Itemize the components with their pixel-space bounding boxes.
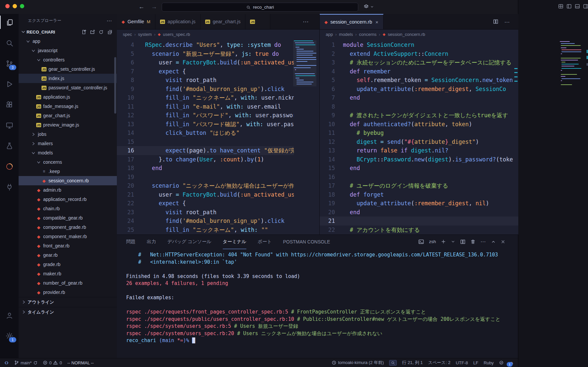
activity-item-explorer[interactable]: [0, 14, 19, 31]
tree-item--keep[interactable]: ≡.keep: [19, 167, 117, 176]
tree-item-application-js[interactable]: JSapplication.js: [19, 92, 117, 102]
code-line[interactable]: 22 expect {: [117, 199, 294, 208]
command-center-search[interactable]: reco_chari: [162, 3, 358, 12]
minimize-window-button[interactable]: [13, 4, 17, 8]
notifications-item[interactable]: 1: [509, 360, 514, 365]
split-terminal-icon[interactable]: [460, 239, 465, 244]
project-root-row[interactable]: RECO_CHARI: [19, 27, 117, 37]
tree-item-fade-message-js[interactable]: JSfade_message.js: [19, 102, 117, 111]
code-line[interactable]: 16 expect(page).to have_content "仮登録が完了し…: [117, 146, 294, 155]
activity-item-extension-orange[interactable]: [0, 158, 19, 175]
close-panel-icon[interactable]: [501, 239, 505, 244]
code-line[interactable]: 3 # 永続セッションのためにユーザーをデータベースに記憶する: [320, 58, 518, 67]
tree-item-concerns[interactable]: concerns: [19, 157, 117, 167]
code-line[interactable]: 8: [320, 102, 518, 111]
code-line[interactable]: 6 user = FactoryBot.build(:un_activated_…: [117, 58, 294, 67]
tree-item-component-maker-rb[interactable]: ◆component_maker.rb: [19, 232, 117, 241]
tree-item-password-state-controller-js[interactable]: JSpassword_state_controller.js: [19, 83, 117, 92]
code-line[interactable]: 19 update_attribute(:remember_digest, ni…: [320, 199, 518, 208]
chevron-down-icon[interactable]: [451, 239, 455, 244]
breadcrumb-item[interactable]: concerns: [359, 32, 377, 37]
code-line[interactable]: 18 end: [117, 164, 294, 173]
tree-item-compatible-gear-rb[interactable]: ◆compatible_gear.rb: [19, 213, 117, 223]
zoom-window-button[interactable]: [20, 4, 24, 8]
language-mode-item[interactable]: Ruby: [484, 360, 494, 365]
code-line[interactable]: 12 digest = send("#{attribute}_digest"): [320, 138, 518, 146]
git-branch-item[interactable]: main*: [14, 360, 38, 365]
code-line[interactable]: 15 end: [320, 164, 518, 173]
tab-gear_chart.js[interactable]: JSgear_chart.js: [201, 14, 246, 29]
cursor-position-item[interactable]: 行 21, 列 1: [402, 360, 423, 366]
tab-session_concern.rb[interactable]: ◆session_concern.rb×: [320, 14, 383, 29]
indentation-item[interactable]: スペース: 2: [428, 360, 450, 366]
code-line[interactable]: 13 fill_in "パスワード確認", with: user.passwor…: [117, 120, 294, 129]
code-line[interactable]: 25 fill_in "ニックネーム", with: "": [117, 226, 294, 234]
sidebar-section-outline[interactable]: アウトライン: [19, 297, 117, 307]
tree-item-gear-sets-controller-js[interactable]: JSgear_sets_controller.js: [19, 64, 117, 74]
tree-item-index-js[interactable]: JSindex.js: [19, 74, 117, 83]
code-line[interactable]: 21 user = FactoryBot.build(:un_activated…: [117, 190, 294, 199]
panel-tab-デバッグ コンソール[interactable]: デバッグ コンソール: [167, 235, 211, 249]
vim-mode-indicator[interactable]: -- NORMAL --: [67, 360, 94, 365]
code-line[interactable]: 7 expect {: [117, 67, 294, 76]
code-line[interactable]: 15: [117, 138, 294, 146]
new-terminal-icon[interactable]: [441, 239, 446, 244]
code-line[interactable]: 11 # byebug: [320, 129, 518, 138]
activity-item-extension-plug[interactable]: [0, 179, 19, 195]
status-misc-icon[interactable]: [499, 360, 504, 365]
code-line[interactable]: 5 scenario "新規ユーザー登録", js: true do: [117, 49, 294, 58]
tree-item-chain-rb[interactable]: ◆chain.rb: [19, 204, 117, 213]
code-line[interactable]: 20 scenario "ニックネームが無効な場合はユーザーが作成されない": [117, 181, 294, 190]
editor-more-actions-button[interactable]: ⋯: [303, 18, 309, 25]
code-line[interactable]: 10 fill_in "ニックネーム", with: user.nickname: [117, 93, 294, 102]
activity-item-accounts[interactable]: [0, 307, 19, 323]
code-line[interactable]: 12 fill_in "パスワード", with: user.password: [117, 111, 294, 120]
tab-application.js[interactable]: JSapplication.js: [155, 14, 201, 29]
shell-label[interactable]: zsh: [429, 239, 436, 244]
refresh-icon[interactable]: [99, 30, 104, 35]
toggle-secondary-sidebar-icon[interactable]: [583, 4, 588, 9]
sidebar-section-timeline[interactable]: タイムライン: [19, 307, 117, 317]
code-line[interactable]: 4RSpec.describe "Users", type: :system d…: [117, 41, 294, 49]
toggle-sidebar-icon[interactable]: [566, 4, 572, 9]
breadcrumb-item[interactable]: users_spec.rb: [163, 32, 190, 37]
code-line[interactable]: 24 find('#modal_burron_sign_up').click: [117, 217, 294, 226]
breadcrumb-item[interactable]: session_concern.rb: [388, 32, 425, 37]
code-editor[interactable]: 4RSpec.describe "Users", type: :system d…: [117, 41, 319, 234]
code-line[interactable]: 16: [320, 173, 518, 182]
panel-tab-POSTMAN CONSOLE[interactable]: POSTMAN CONSOLE: [283, 235, 330, 249]
code-line[interactable]: 8 visit root_path: [117, 76, 294, 85]
toggle-panel-icon[interactable]: [575, 4, 580, 9]
tree-item-gear-chart-js[interactable]: JSgear_chart.js: [19, 111, 117, 120]
minimap[interactable]: [294, 41, 316, 173]
code-line[interactable]: 14 click_button "はじめる": [117, 129, 294, 138]
tree-item-session-concern-rb[interactable]: ◆session_concern.rb: [19, 176, 117, 185]
close-window-button[interactable]: [5, 4, 10, 8]
profile-menu-button[interactable]: [363, 4, 374, 10]
back-button[interactable]: ←: [137, 2, 145, 11]
tree-item-admin-rb[interactable]: ◆admin.rb: [19, 185, 117, 195]
code-line[interactable]: 9 find('#modal_burron_sign_up').click: [117, 85, 294, 94]
activity-item-source-control[interactable]: 3: [0, 55, 19, 72]
tree-item-gear-rb[interactable]: ◆gear.rb: [19, 250, 117, 260]
code-editor[interactable]: 1module SessionConcern2 extend ActiveSup…: [320, 41, 518, 234]
eol-item[interactable]: LF: [473, 360, 478, 365]
trash-icon[interactable]: [470, 239, 475, 244]
problems-item[interactable]: 0 0: [43, 360, 62, 365]
panel-tab-問題[interactable]: 問題: [126, 235, 135, 249]
breadcrumb-item[interactable]: spec: [123, 32, 132, 37]
new-folder-icon[interactable]: [90, 30, 95, 35]
activity-item-settings[interactable]: 1: [0, 327, 19, 344]
activity-item-testing[interactable]: [0, 138, 19, 154]
terminal-output[interactable]: # Net::HTTPServerException: 404 "Not Fou…: [126, 251, 513, 344]
code-line[interactable]: 19: [117, 173, 294, 182]
code-line[interactable]: 6 update_attribute(:remember_digest, Ses…: [320, 85, 518, 94]
code-line[interactable]: 23 visit root_path: [117, 208, 294, 217]
remote-indicator[interactable]: [4, 360, 9, 365]
tree-item-jobs[interactable]: jobs: [19, 130, 117, 139]
code-line[interactable]: 9 # 渡されたトークンがダイジェストと一致したらtrueを返す: [320, 111, 518, 120]
tree-item-component-grade-rb[interactable]: ◆component_grade.rb: [19, 223, 117, 232]
sidebar-scrollbar[interactable]: [114, 57, 116, 114]
breadcrumb-item[interactable]: system: [138, 32, 152, 37]
code-line[interactable]: 1module SessionConcern: [320, 41, 518, 49]
